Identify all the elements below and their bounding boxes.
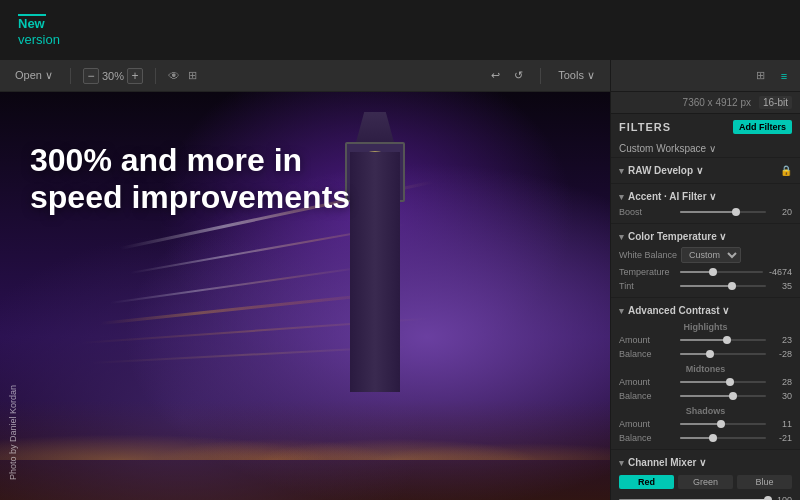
temperature-row: Temperature -4674 bbox=[611, 265, 800, 279]
zoom-out-button[interactable]: − bbox=[83, 68, 99, 84]
shadows-balance-row: Balance -21 bbox=[611, 431, 800, 445]
open-button[interactable]: Open ∨ bbox=[10, 67, 58, 84]
m-amount-label: Amount bbox=[619, 377, 674, 387]
grid-view-icon[interactable]: ⊞ bbox=[752, 68, 768, 84]
tint-slider[interactable] bbox=[680, 285, 766, 287]
accent-ai-header[interactable]: Accent · AI Filter ∨ bbox=[611, 188, 800, 205]
temperature-label: Temperature bbox=[619, 267, 674, 277]
toolbar-sep-3 bbox=[540, 68, 541, 84]
color-temp-header[interactable]: Color Temperature ∨ bbox=[611, 228, 800, 245]
blue-channel-button[interactable]: Blue bbox=[737, 475, 792, 489]
raw-develop-header[interactable]: RAW Develop ∨ 🔒 bbox=[611, 162, 800, 179]
channel-value: 100 bbox=[772, 495, 792, 500]
main-area: Open ∨ − 30% + 👁 ⊞ ↩ ↺ Tools ∨ bbox=[0, 60, 800, 500]
shadows-amount-row: Amount 11 bbox=[611, 417, 800, 431]
zoom-in-button[interactable]: + bbox=[127, 68, 143, 84]
toolbar-sep-1 bbox=[70, 68, 71, 84]
history-group: ↩ ↺ bbox=[486, 67, 528, 84]
tools-button[interactable]: Tools ∨ bbox=[553, 67, 600, 84]
workspace-selector[interactable]: Custom Workspace ∨ bbox=[619, 143, 716, 154]
canvas-area: 300% and more in speed improvements Phot… bbox=[0, 92, 610, 500]
h-amount-label: Amount bbox=[619, 335, 674, 345]
m-balance-label: Balance bbox=[619, 391, 674, 401]
image-info-bar: 7360 x 4912 px 16-bit bbox=[611, 92, 800, 114]
panel-scroll-area[interactable]: FILTERS Add Filters Custom Workspace ∨ R… bbox=[611, 114, 800, 500]
boost-row: Boost 20 bbox=[611, 205, 800, 219]
highlights-label: Highlights bbox=[611, 319, 800, 333]
advanced-contrast-title: Advanced Contrast ∨ bbox=[619, 305, 729, 316]
shadows-label: Shadows bbox=[611, 403, 800, 417]
m-amount-value: 28 bbox=[772, 377, 792, 387]
accent-ai-title: Accent · AI Filter ∨ bbox=[619, 191, 716, 202]
tint-row: Tint 35 bbox=[611, 279, 800, 293]
channel-mixer-header[interactable]: Channel Mixer ∨ bbox=[611, 454, 800, 471]
midtones-amount-row: Amount 28 bbox=[611, 375, 800, 389]
redo-button[interactable]: ↺ bbox=[509, 67, 528, 84]
grid-icon[interactable]: ⊞ bbox=[188, 69, 197, 82]
raw-develop-section: RAW Develop ∨ 🔒 bbox=[611, 158, 800, 184]
eye-icon[interactable]: 👁 bbox=[168, 69, 180, 83]
filters-header: FILTERS Add Filters bbox=[611, 114, 800, 140]
wb-select[interactable]: Custom Auto bbox=[681, 247, 741, 263]
s-balance-slider[interactable] bbox=[680, 437, 766, 439]
bit-depth-badge: 16-bit bbox=[759, 96, 792, 109]
midtones-balance-row: Balance 30 bbox=[611, 389, 800, 403]
undo-button[interactable]: ↩ bbox=[486, 67, 505, 84]
highlights-amount-row: Amount 23 bbox=[611, 333, 800, 347]
version-label: version bbox=[18, 32, 60, 48]
s-amount-label: Amount bbox=[619, 419, 674, 429]
boost-slider[interactable] bbox=[680, 211, 766, 213]
photo-credit: Photo by Daniel Kordan bbox=[8, 385, 18, 480]
h-balance-label: Balance bbox=[619, 349, 674, 359]
tint-fill bbox=[680, 285, 732, 287]
adjustments-icon[interactable]: ≡ bbox=[776, 68, 792, 84]
m-balance-value: 30 bbox=[772, 391, 792, 401]
boost-fill bbox=[680, 211, 736, 213]
temperature-value: -4674 bbox=[769, 267, 792, 277]
zoom-value: 30% bbox=[102, 70, 124, 82]
toolbar-open-group: Open ∨ bbox=[10, 67, 58, 84]
toolbar-sep-2 bbox=[155, 68, 156, 84]
advanced-contrast-header[interactable]: Advanced Contrast ∨ bbox=[611, 302, 800, 319]
m-balance-slider[interactable] bbox=[680, 395, 766, 397]
new-label: New bbox=[18, 16, 60, 32]
s-amount-slider[interactable] bbox=[680, 423, 766, 425]
toolbar: Open ∨ − 30% + 👁 ⊞ ↩ ↺ Tools ∨ bbox=[0, 60, 610, 92]
raw-develop-lock: 🔒 bbox=[780, 165, 792, 176]
new-badge: New version bbox=[18, 12, 60, 47]
add-filters-button[interactable]: Add Filters bbox=[733, 120, 792, 134]
image-dimensions: 7360 x 4912 px bbox=[683, 97, 751, 108]
panel-top-icons: ⊞ ≡ bbox=[611, 60, 800, 92]
h-amount-value: 23 bbox=[772, 335, 792, 345]
zoom-control: − 30% + bbox=[83, 68, 143, 84]
h-balance-value: -28 bbox=[772, 349, 792, 359]
overlay-headline: 300% and more in speed improvements bbox=[30, 142, 370, 216]
street-lights bbox=[0, 400, 610, 460]
midtones-label: Midtones bbox=[611, 361, 800, 375]
channel-slider-thumb bbox=[764, 496, 772, 500]
right-panel: ⊞ ≡ 7360 x 4912 px 16-bit FILTERS Add Fi… bbox=[610, 60, 800, 500]
channel-buttons-row: Red Green Blue bbox=[611, 471, 800, 493]
workspace-row[interactable]: Custom Workspace ∨ bbox=[611, 140, 800, 158]
temperature-thumb bbox=[709, 268, 717, 276]
h-balance-slider[interactable] bbox=[680, 353, 766, 355]
channel-slider-row: 100 bbox=[611, 493, 800, 500]
view-icons: 👁 ⊞ bbox=[168, 69, 197, 83]
m-amount-slider[interactable] bbox=[680, 381, 766, 383]
temperature-slider[interactable] bbox=[680, 271, 763, 273]
red-channel-button[interactable]: Red bbox=[619, 475, 674, 489]
top-bar: New version bbox=[0, 0, 800, 60]
s-balance-value: -21 bbox=[772, 433, 792, 443]
h-amount-slider[interactable] bbox=[680, 339, 766, 341]
boost-thumb bbox=[732, 208, 740, 216]
boost-value: 20 bbox=[772, 207, 792, 217]
green-channel-button[interactable]: Green bbox=[678, 475, 733, 489]
accent-ai-section: Accent · AI Filter ∨ Boost 20 bbox=[611, 184, 800, 224]
wb-label: White Balance bbox=[619, 250, 677, 260]
tint-thumb bbox=[728, 282, 736, 290]
s-amount-value: 11 bbox=[772, 419, 792, 429]
tint-value: 35 bbox=[772, 281, 792, 291]
advanced-contrast-section: Advanced Contrast ∨ Highlights Amount 23… bbox=[611, 298, 800, 450]
channel-mixer-title: Channel Mixer ∨ bbox=[619, 457, 706, 468]
color-temp-section: Color Temperature ∨ White Balance Custom… bbox=[611, 224, 800, 298]
